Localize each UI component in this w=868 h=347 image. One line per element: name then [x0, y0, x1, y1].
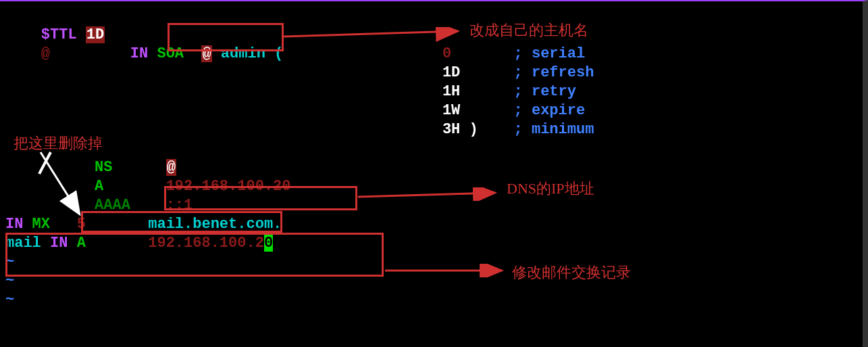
- zone-line-expire: 1W ; expire: [5, 101, 857, 120]
- vim-tilde: ~: [5, 253, 857, 272]
- zone-line-aaaa: AAAA ::1: [5, 196, 857, 215]
- retry-value: 1H: [442, 83, 460, 100]
- aaaa-ip: ::1: [166, 197, 193, 214]
- cursor: 0: [264, 235, 273, 252]
- ttl-value: 1D: [86, 26, 105, 43]
- mail-ip-prefix: 192.168.100.2: [148, 235, 264, 252]
- annotation-delete: 把这里删除掉: [14, 133, 103, 154]
- expire-value: 1W: [442, 102, 460, 119]
- zone-line-ns: NS @: [5, 158, 857, 177]
- zone-line-minimum: 3H ) ; minimum: [5, 120, 857, 139]
- aaaa-type: AAAA: [95, 197, 130, 214]
- a-ip: 192.168.100.20: [166, 178, 291, 195]
- zone-line-retry: 1H ; retry: [5, 83, 857, 101]
- zone-line-mx: IN MX 5 mail.benet.com.: [5, 215, 857, 234]
- ns-type: NS: [95, 159, 112, 176]
- mx-pref: 5: [77, 216, 86, 233]
- serial-comment: ; serial: [514, 45, 586, 62]
- vim-tilde: ~: [5, 291, 857, 310]
- mx-host: mail.benet.com.: [148, 216, 282, 233]
- mx-in: IN: [5, 216, 23, 233]
- minimum-comment: ; minimum: [514, 121, 594, 138]
- ttl-directive: $TTL: [41, 26, 86, 43]
- annotation-dns-ip: DNS的IP地址: [507, 179, 594, 199]
- zone-line-mail: mail IN A 192.168.100.20: [5, 234, 857, 253]
- annotation-hostname: 改成自己的主机名: [469, 20, 588, 41]
- mail-type: A: [77, 235, 86, 252]
- retry-comment: ; retry: [514, 83, 576, 100]
- mail-in: IN: [50, 235, 68, 252]
- zone-line-a: A 192.168.100.20: [5, 177, 857, 196]
- zone-line-refresh: 1D ; refresh: [5, 64, 857, 83]
- annotation-mail-record: 修改邮件交换记录: [512, 262, 631, 283]
- refresh-value: 1D: [442, 64, 460, 81]
- serial-value: 0: [442, 45, 460, 62]
- mail-name: mail: [5, 235, 41, 252]
- a-type: A: [95, 178, 103, 195]
- zone-line-soa: @ IN SOA @ admin (: [5, 26, 857, 45]
- zone-line-serial: 0 ; serial: [5, 45, 857, 64]
- zone-line-ttl: $TTL 1D: [5, 7, 857, 26]
- terminal-editor[interactable]: $TTL 1D @ IN SOA @ admin ( 0 ; serial 1D…: [0, 1, 863, 315]
- refresh-comment: ; refresh: [514, 64, 594, 81]
- blank-line: [5, 139, 857, 158]
- vim-tilde: ~: [5, 272, 857, 291]
- ns-at: @: [166, 159, 176, 176]
- expire-comment: ; expire: [514, 102, 586, 119]
- minimum-value: 3H ): [442, 121, 478, 138]
- mx-type: MX: [32, 216, 50, 233]
